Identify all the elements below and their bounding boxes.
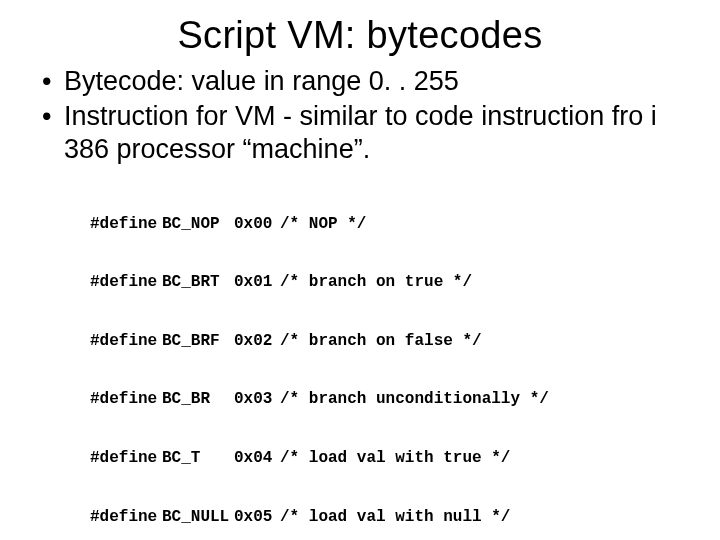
define-name: BC_BRT bbox=[162, 273, 234, 293]
define-comment: /* load val with true */ bbox=[280, 449, 510, 469]
define-keyword: #define bbox=[90, 449, 162, 469]
define-name: BC_NOP bbox=[162, 215, 234, 235]
define-row: #defineBC_BR0x03/* branch unconditionall… bbox=[90, 390, 690, 410]
define-row: #defineBC_NOP0x00/* NOP */ bbox=[90, 215, 690, 235]
define-value: 0x03 bbox=[234, 390, 280, 410]
define-value: 0x00 bbox=[234, 215, 280, 235]
define-name: BC_BR bbox=[162, 390, 234, 410]
define-value: 0x01 bbox=[234, 273, 280, 293]
define-value: 0x02 bbox=[234, 332, 280, 352]
slide: Script VM: bytecodes Bytecode: value in … bbox=[0, 0, 720, 540]
define-keyword: #define bbox=[90, 215, 162, 235]
bullet-item: Instruction for VM - similar to code ins… bbox=[42, 100, 690, 166]
define-keyword: #define bbox=[90, 273, 162, 293]
define-row: #defineBC_NULL0x05/* load val with null … bbox=[90, 508, 690, 528]
define-row: #defineBC_BRT0x01/* branch on true */ bbox=[90, 273, 690, 293]
slide-title: Script VM: bytecodes bbox=[30, 14, 690, 57]
define-value: 0x05 bbox=[234, 508, 280, 528]
define-row: #defineBC_T0x04/* load val with true */ bbox=[90, 449, 690, 469]
define-name: BC_BRF bbox=[162, 332, 234, 352]
code-block: #defineBC_NOP0x00/* NOP */ #defineBC_BRT… bbox=[90, 176, 690, 540]
define-keyword: #define bbox=[90, 508, 162, 528]
bullet-item: Bytecode: value in range 0. . 255 bbox=[42, 65, 690, 98]
define-comment: /* NOP */ bbox=[280, 215, 366, 235]
define-name: BC_NULL bbox=[162, 508, 234, 528]
define-keyword: #define bbox=[90, 332, 162, 352]
define-keyword: #define bbox=[90, 390, 162, 410]
bullet-list: Bytecode: value in range 0. . 255 Instru… bbox=[42, 65, 690, 166]
define-value: 0x04 bbox=[234, 449, 280, 469]
define-comment: /* branch unconditionally */ bbox=[280, 390, 549, 410]
define-comment: /* load val with null */ bbox=[280, 508, 510, 528]
define-comment: /* branch on true */ bbox=[280, 273, 472, 293]
define-comment: /* branch on false */ bbox=[280, 332, 482, 352]
define-name: BC_T bbox=[162, 449, 234, 469]
define-row: #defineBC_BRF0x02/* branch on false */ bbox=[90, 332, 690, 352]
